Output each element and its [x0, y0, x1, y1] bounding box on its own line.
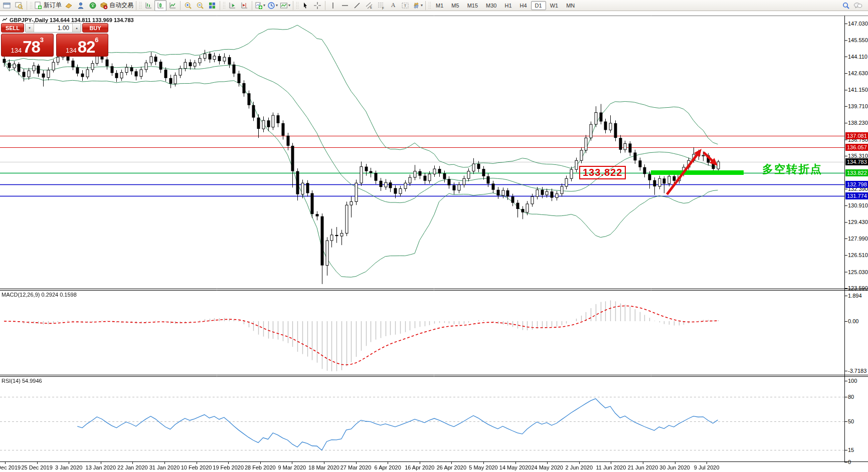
market-watch-icon — [65, 2, 73, 10]
bar-chart-button[interactable] — [142, 0, 154, 11]
ask-pip: 6 — [95, 36, 98, 44]
market-watch-button[interactable] — [63, 0, 75, 11]
equidistant-channel-icon: E — [365, 2, 373, 10]
arrows-icon — [412, 2, 420, 10]
horizontal-line-button[interactable] — [339, 0, 351, 11]
bull-bear-turning-point-annotation[interactable]: 多空转折点 — [762, 162, 822, 177]
date-tick-label: 18 Mar 2020 — [308, 464, 339, 470]
chat-icon — [853, 2, 862, 10]
date-tick-label: 24 May 2020 — [531, 464, 563, 470]
templates-icon — [280, 2, 288, 10]
autotrade-button[interactable]: 自动交易 — [99, 0, 134, 11]
date-tick-label: 11 Jun 2020 — [596, 464, 626, 470]
periods-caret-icon: ▾ — [276, 3, 278, 8]
new-order-button[interactable]: 新订单 — [33, 0, 63, 11]
date-tick-label: 19 Feb 2020 — [213, 464, 244, 470]
zoom-in-button[interactable] — [182, 0, 194, 11]
crosshair-icon — [313, 2, 321, 10]
date-axis[interactable]: 16 Dec 201925 Dec 20193 Jan 202013 Jan 2… — [0, 464, 868, 472]
indicators-caret-icon: ▾ — [263, 3, 265, 8]
vertical-line-button[interactable] — [327, 0, 339, 11]
one-click-trading-panel: SELL ▼ 1.00 ▲ BUY 134783 134826 — [1, 23, 108, 57]
search-icon — [842, 2, 850, 10]
templates-button[interactable]: ▾ — [279, 0, 291, 11]
new-chart-icon — [3, 2, 11, 10]
equidistant-channel-button[interactable]: E — [363, 0, 375, 11]
bid-main: 78 — [23, 40, 40, 55]
ask-prefix: 134 — [66, 46, 77, 55]
indicators-button[interactable]: ▾ — [254, 0, 266, 11]
volume-increase-button[interactable]: ▲ — [72, 24, 81, 32]
bid-pip: 3 — [40, 36, 44, 44]
bid-prefix: 134 — [11, 46, 22, 55]
chart-shift-button[interactable] — [238, 0, 250, 11]
arrows-button[interactable]: ▾ — [411, 0, 424, 11]
new-chart-button[interactable] — [1, 0, 13, 11]
candlestick-chart-button[interactable] — [154, 0, 166, 11]
rsi-indicator-label: RSI(14) 54.9946 — [2, 378, 42, 384]
date-tick-label: 16 Apr 2020 — [405, 464, 434, 470]
date-tick-label: 6 Apr 2020 — [375, 464, 401, 470]
bar-chart-icon — [144, 2, 152, 10]
profiles-icon — [15, 2, 23, 10]
volume-input[interactable]: 1.00 — [34, 24, 72, 32]
templates-caret-icon: ▾ — [288, 3, 290, 8]
new-order-label: 新订单 — [44, 1, 62, 10]
timeframe-W1[interactable]: W1 — [546, 1, 563, 10]
timeframe-M15[interactable]: M15 — [463, 1, 482, 10]
bid-price-display[interactable]: 134783 — [1, 34, 54, 57]
date-tick-label: 22 Jan 2020 — [117, 464, 148, 470]
zoom-out-button[interactable] — [194, 0, 206, 11]
fibonacci-button[interactable]: F — [375, 0, 387, 11]
timeframe-H4[interactable]: H4 — [516, 1, 531, 10]
navigator-icon — [77, 2, 85, 10]
date-tick-label: 25 Dec 2019 — [21, 464, 52, 470]
date-tick-label: 26 Apr 2020 — [437, 464, 466, 470]
periods-button[interactable]: ▾ — [266, 0, 279, 11]
text-button[interactable]: A — [387, 0, 399, 11]
date-tick-label: 9 Jul 2020 — [694, 464, 720, 470]
profiles-button[interactable] — [13, 0, 25, 11]
symbol-info-line: GBPJPY-,Daily 134.644 134.811 133.969 13… — [2, 17, 134, 23]
ask-price-display[interactable]: 134826 — [56, 34, 109, 57]
sell-button[interactable]: SELL — [1, 23, 24, 33]
arrows-caret-icon: ▾ — [421, 3, 423, 8]
date-tick-label: 2 Jun 2020 — [566, 464, 593, 470]
buy-button[interactable]: BUY — [82, 23, 108, 33]
date-tick-label: 31 Jan 2020 — [149, 464, 180, 470]
cursor-button[interactable] — [299, 0, 311, 11]
autotrade-label: 自动交易 — [109, 1, 133, 10]
text-label-button[interactable]: T — [399, 0, 411, 11]
periods-clock-icon — [267, 2, 275, 10]
price-level-label-box[interactable]: 133.822 — [579, 166, 626, 179]
tile-windows-button[interactable] — [206, 0, 218, 11]
auto-scroll-icon — [228, 2, 236, 10]
svg-text:F: F — [382, 6, 384, 10]
timeframe-H1[interactable]: H1 — [500, 1, 515, 10]
trendline-button[interactable] — [351, 0, 363, 11]
svg-text:E: E — [370, 6, 372, 9]
navigator-button[interactable] — [75, 0, 87, 11]
timeframe-M1[interactable]: M1 — [432, 1, 447, 10]
line-chart-icon — [168, 2, 177, 10]
signals-button[interactable] — [87, 0, 99, 11]
timeframe-MN[interactable]: MN — [562, 1, 579, 10]
chart-corner-icon — [2, 17, 8, 23]
date-tick-label: 21 Jun 2020 — [628, 464, 658, 470]
symbol-ohlc-text: GBPJPY-,Daily 134.644 134.811 133.969 13… — [10, 17, 134, 23]
signals-icon — [89, 2, 97, 10]
search-button[interactable] — [840, 0, 852, 11]
macd-indicator-label: MACD(12,26,9) 0.2924 0.1598 — [2, 292, 77, 298]
chart-shift-icon — [240, 2, 248, 10]
line-chart-button[interactable] — [166, 0, 179, 11]
timeframe-M30[interactable]: M30 — [482, 1, 500, 10]
volume-decrease-button[interactable]: ▼ — [26, 24, 34, 32]
timeframe-D1[interactable]: D1 — [531, 1, 546, 10]
chart-canvas[interactable] — [0, 0, 868, 472]
date-tick-label: 16 Dec 2019 — [0, 464, 21, 470]
crosshair-button[interactable] — [311, 0, 323, 11]
auto-scroll-button[interactable] — [226, 0, 238, 11]
horizontal-line-icon — [341, 2, 349, 10]
chat-button[interactable] — [852, 0, 864, 11]
timeframe-M5[interactable]: M5 — [447, 1, 463, 10]
